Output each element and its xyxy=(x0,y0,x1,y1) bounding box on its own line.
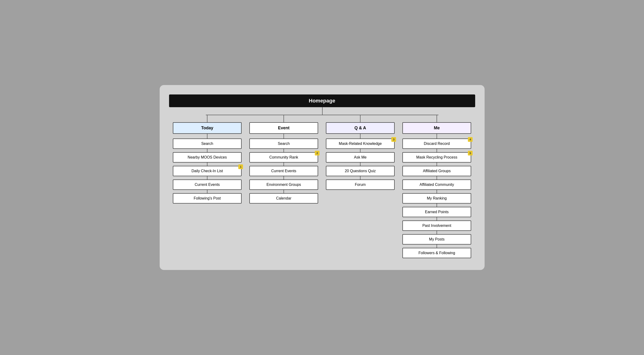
col-header-connector-event xyxy=(284,134,284,139)
item-connector-me-4 xyxy=(436,204,437,207)
item-qa-3[interactable]: Forum xyxy=(326,180,395,190)
col-top-connector-event xyxy=(284,115,284,122)
badge-qa-0: 3 xyxy=(391,137,396,142)
col-header-me: Me xyxy=(402,122,472,134)
item-connector-me-5 xyxy=(436,217,437,220)
item-qa-0[interactable]: Mask-Related Knowledge3 xyxy=(326,139,395,149)
item-me-7[interactable]: My Posts xyxy=(402,234,472,244)
item-event-3[interactable]: Environment Groups xyxy=(249,180,318,190)
item-connector-me-0 xyxy=(436,149,437,152)
item-connector-today-1 xyxy=(207,163,208,166)
diagram-container: Homepage TodaySearchNearby MOOS DevicesD… xyxy=(160,85,484,270)
col-header-qa: Q & A xyxy=(326,122,395,134)
item-today-4[interactable]: Following's Post xyxy=(173,193,242,204)
item-connector-today-0 xyxy=(207,149,208,152)
horizontal-connector-line xyxy=(206,115,438,115)
items-list-me: Discard Record4Mask Recycling Process5Af… xyxy=(402,139,472,258)
header-vertical-connector xyxy=(169,107,475,115)
item-connector-qa-0 xyxy=(360,149,360,152)
item-me-0[interactable]: Discard Record4 xyxy=(402,139,472,149)
item-qa-2[interactable]: 20 Questions Quiz xyxy=(326,166,395,176)
homepage-title: Homepage xyxy=(309,98,335,104)
item-today-2[interactable]: Daily Check-In List1 xyxy=(173,166,242,176)
item-connector-event-2 xyxy=(284,176,284,180)
item-connector-me-2 xyxy=(436,176,437,180)
item-connector-today-3 xyxy=(207,190,208,193)
badge-me-0: 4 xyxy=(468,137,472,142)
item-connector-today-2 xyxy=(207,176,208,180)
column-qa: Q & AMask-Related Knowledge3Ask Me20 Que… xyxy=(322,115,399,258)
item-today-1[interactable]: Nearby MOOS Devices xyxy=(173,152,242,163)
item-connector-event-1 xyxy=(284,163,284,166)
badge-me-1: 5 xyxy=(468,151,472,155)
column-event: EventSearchCommunity Rank2Current Events… xyxy=(246,115,322,258)
item-connector-event-0 xyxy=(284,149,284,152)
item-me-4[interactable]: My Ranking xyxy=(402,193,472,204)
items-list-qa: Mask-Related Knowledge3Ask Me20 Question… xyxy=(326,139,395,190)
item-today-3[interactable]: Current Events xyxy=(173,180,242,190)
col-top-connector-me xyxy=(436,115,437,122)
item-connector-me-1 xyxy=(436,163,437,166)
item-connector-event-3 xyxy=(284,190,284,193)
item-qa-1[interactable]: Ask Me xyxy=(326,152,395,163)
item-event-0[interactable]: Search xyxy=(249,139,318,149)
item-me-6[interactable]: Past Involvement xyxy=(402,220,472,231)
badge-today-2: 1 xyxy=(238,164,243,169)
item-connector-qa-1 xyxy=(360,163,360,166)
column-me: MeDiscard Record4Mask Recycling Process5… xyxy=(399,115,475,258)
item-event-1[interactable]: Community Rank2 xyxy=(249,152,318,163)
col-header-connector-qa xyxy=(360,134,360,139)
col-header-connector-today xyxy=(207,134,208,139)
columns-area: TodaySearchNearby MOOS DevicesDaily Chec… xyxy=(169,115,475,258)
col-top-connector-qa xyxy=(360,115,360,122)
item-event-4[interactable]: Calendar xyxy=(249,193,318,204)
col-top-connector-today xyxy=(207,115,208,122)
item-me-8[interactable]: Followers & Following xyxy=(402,248,472,258)
item-me-2[interactable]: Affiliated Groups xyxy=(402,166,472,176)
item-me-3[interactable]: Affiliated Community xyxy=(402,180,472,190)
item-connector-qa-2 xyxy=(360,176,360,180)
item-today-0[interactable]: Search xyxy=(173,139,242,149)
item-connector-me-7 xyxy=(436,244,437,248)
homepage-header: Homepage xyxy=(169,95,475,107)
column-today: TodaySearchNearby MOOS DevicesDaily Chec… xyxy=(169,115,246,258)
item-me-5[interactable]: Earned Points xyxy=(402,207,472,217)
col-header-connector-me xyxy=(436,134,437,139)
col-header-today: Today xyxy=(173,122,242,134)
item-me-1[interactable]: Mask Recycling Process5 xyxy=(402,152,472,163)
col-header-event: Event xyxy=(249,122,318,134)
item-connector-me-3 xyxy=(436,190,437,193)
badge-event-1: 2 xyxy=(315,151,320,155)
item-connector-me-6 xyxy=(436,231,437,234)
items-list-today: SearchNearby MOOS DevicesDaily Check-In … xyxy=(173,139,242,204)
items-list-event: SearchCommunity Rank2Current EventsEnvir… xyxy=(249,139,318,204)
item-event-2[interactable]: Current Events xyxy=(249,166,318,176)
